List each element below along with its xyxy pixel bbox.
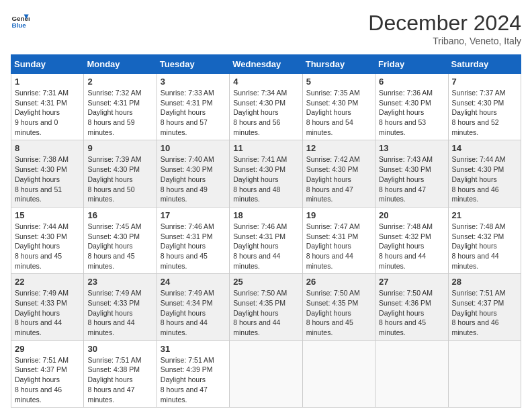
day-number: 14 <box>452 143 517 153</box>
col-sunday: Sunday <box>11 55 84 74</box>
day-info: Sunrise: 7:49 AM Sunset: 4:33 PM Dayligh… <box>15 288 80 337</box>
svg-text:Blue: Blue <box>11 21 26 29</box>
day-info: Sunrise: 7:46 AM Sunset: 4:31 PM Dayligh… <box>161 222 226 271</box>
calendar-cell: 19 Sunrise: 7:47 AM Sunset: 4:31 PM Dayl… <box>302 207 375 273</box>
calendar-cell: 16 Sunrise: 7:45 AM Sunset: 4:30 PM Dayl… <box>84 207 157 273</box>
calendar-cell: 30 Sunrise: 7:51 AM Sunset: 4:38 PM Dayl… <box>84 340 157 407</box>
day-info: Sunrise: 7:38 AM Sunset: 4:30 PM Dayligh… <box>15 154 80 203</box>
day-info: Sunrise: 7:51 AM Sunset: 4:38 PM Dayligh… <box>87 355 152 404</box>
day-info: Sunrise: 7:48 AM Sunset: 4:32 PM Dayligh… <box>379 222 444 271</box>
calendar-cell <box>302 340 375 407</box>
day-info: Sunrise: 7:37 AM Sunset: 4:30 PM Dayligh… <box>452 88 517 137</box>
calendar-cell: 12 Sunrise: 7:42 AM Sunset: 4:30 PM Dayl… <box>302 140 375 207</box>
day-number: 15 <box>15 210 80 220</box>
calendar-cell: 31 Sunrise: 7:51 AM Sunset: 4:39 PM Dayl… <box>157 340 229 407</box>
col-thursday: Thursday <box>302 55 375 74</box>
day-number: 22 <box>15 277 80 287</box>
calendar-cell: 1 Sunrise: 7:31 AM Sunset: 4:31 PM Dayli… <box>11 74 84 140</box>
calendar-week-row: 1 Sunrise: 7:31 AM Sunset: 4:31 PM Dayli… <box>11 74 521 140</box>
day-number: 31 <box>161 344 226 354</box>
day-number: 8 <box>15 143 80 153</box>
calendar-cell: 20 Sunrise: 7:48 AM Sunset: 4:32 PM Dayl… <box>375 207 448 273</box>
day-info: Sunrise: 7:31 AM Sunset: 4:31 PM Dayligh… <box>15 88 80 137</box>
calendar-cell: 17 Sunrise: 7:46 AM Sunset: 4:31 PM Dayl… <box>157 207 229 273</box>
calendar-cell: 3 Sunrise: 7:33 AM Sunset: 4:31 PM Dayli… <box>157 74 229 140</box>
calendar-week-row: 29 Sunrise: 7:51 AM Sunset: 4:37 PM Dayl… <box>11 340 521 407</box>
calendar-cell: 8 Sunrise: 7:38 AM Sunset: 4:30 PM Dayli… <box>11 140 84 207</box>
day-number: 4 <box>233 77 298 87</box>
day-number: 28 <box>452 277 517 287</box>
calendar-cell: 10 Sunrise: 7:40 AM Sunset: 4:30 PM Dayl… <box>157 140 229 207</box>
day-info: Sunrise: 7:39 AM Sunset: 4:30 PM Dayligh… <box>87 154 152 203</box>
day-number: 13 <box>379 143 444 153</box>
day-info: Sunrise: 7:40 AM Sunset: 4:30 PM Dayligh… <box>161 154 226 203</box>
calendar-cell: 14 Sunrise: 7:44 AM Sunset: 4:30 PM Dayl… <box>448 140 521 207</box>
day-number: 21 <box>452 210 517 220</box>
calendar-cell <box>230 340 302 407</box>
day-number: 9 <box>87 143 152 153</box>
calendar-cell: 6 Sunrise: 7:36 AM Sunset: 4:30 PM Dayli… <box>375 74 448 140</box>
calendar-week-row: 15 Sunrise: 7:44 AM Sunset: 4:30 PM Dayl… <box>11 207 521 273</box>
calendar-cell: 21 Sunrise: 7:48 AM Sunset: 4:32 PM Dayl… <box>448 207 521 273</box>
day-number: 17 <box>161 210 226 220</box>
day-number: 16 <box>87 210 152 220</box>
day-number: 27 <box>379 277 444 287</box>
calendar-cell: 22 Sunrise: 7:49 AM Sunset: 4:33 PM Dayl… <box>11 274 84 340</box>
day-number: 30 <box>87 344 152 354</box>
calendar-week-row: 8 Sunrise: 7:38 AM Sunset: 4:30 PM Dayli… <box>11 140 521 207</box>
day-number: 26 <box>306 277 371 287</box>
day-info: Sunrise: 7:36 AM Sunset: 4:30 PM Dayligh… <box>379 88 444 137</box>
day-info: Sunrise: 7:33 AM Sunset: 4:31 PM Dayligh… <box>161 88 226 137</box>
col-monday: Monday <box>84 55 157 74</box>
day-number: 20 <box>379 210 444 220</box>
day-number: 29 <box>15 344 80 354</box>
day-number: 3 <box>161 77 226 87</box>
calendar-cell: 24 Sunrise: 7:49 AM Sunset: 4:34 PM Dayl… <box>157 274 229 340</box>
calendar-cell: 15 Sunrise: 7:44 AM Sunset: 4:30 PM Dayl… <box>11 207 84 273</box>
day-number: 2 <box>87 77 152 87</box>
location: Tribano, Veneto, Italy <box>368 36 521 46</box>
calendar-table: Sunday Monday Tuesday Wednesday Thursday… <box>11 54 521 408</box>
day-info: Sunrise: 7:50 AM Sunset: 4:35 PM Dayligh… <box>233 288 298 337</box>
day-number: 6 <box>379 77 444 87</box>
day-number: 7 <box>452 77 517 87</box>
calendar-cell: 27 Sunrise: 7:50 AM Sunset: 4:36 PM Dayl… <box>375 274 448 340</box>
col-wednesday: Wednesday <box>230 55 302 74</box>
day-info: Sunrise: 7:44 AM Sunset: 4:30 PM Dayligh… <box>452 154 517 203</box>
calendar-cell <box>375 340 448 407</box>
day-info: Sunrise: 7:34 AM Sunset: 4:30 PM Dayligh… <box>233 88 298 137</box>
day-number: 12 <box>306 143 371 153</box>
col-friday: Friday <box>375 55 448 74</box>
calendar-header-row: Sunday Monday Tuesday Wednesday Thursday… <box>11 55 521 74</box>
day-info: Sunrise: 7:41 AM Sunset: 4:30 PM Dayligh… <box>233 154 298 203</box>
day-info: Sunrise: 7:47 AM Sunset: 4:31 PM Dayligh… <box>306 222 371 271</box>
month-title: December 2024 <box>368 11 521 36</box>
calendar-cell: 7 Sunrise: 7:37 AM Sunset: 4:30 PM Dayli… <box>448 74 521 140</box>
calendar-cell: 5 Sunrise: 7:35 AM Sunset: 4:30 PM Dayli… <box>302 74 375 140</box>
day-info: Sunrise: 7:50 AM Sunset: 4:35 PM Dayligh… <box>306 288 371 337</box>
day-info: Sunrise: 7:51 AM Sunset: 4:37 PM Dayligh… <box>15 355 80 404</box>
col-saturday: Saturday <box>448 55 521 74</box>
calendar-cell: 26 Sunrise: 7:50 AM Sunset: 4:35 PM Dayl… <box>302 274 375 340</box>
day-info: Sunrise: 7:50 AM Sunset: 4:36 PM Dayligh… <box>379 288 444 337</box>
calendar-week-row: 22 Sunrise: 7:49 AM Sunset: 4:33 PM Dayl… <box>11 274 521 340</box>
logo-icon: General Blue <box>11 11 30 30</box>
calendar-cell: 9 Sunrise: 7:39 AM Sunset: 4:30 PM Dayli… <box>84 140 157 207</box>
calendar-cell: 18 Sunrise: 7:46 AM Sunset: 4:31 PM Dayl… <box>230 207 302 273</box>
title-block: December 2024 Tribano, Veneto, Italy <box>368 11 521 46</box>
calendar-cell: 28 Sunrise: 7:51 AM Sunset: 4:37 PM Dayl… <box>448 274 521 340</box>
day-number: 10 <box>161 143 226 153</box>
day-number: 18 <box>233 210 298 220</box>
day-number: 23 <box>87 277 152 287</box>
day-info: Sunrise: 7:51 AM Sunset: 4:37 PM Dayligh… <box>452 288 517 337</box>
calendar-cell: 2 Sunrise: 7:32 AM Sunset: 4:31 PM Dayli… <box>84 74 157 140</box>
day-number: 11 <box>233 143 298 153</box>
day-number: 19 <box>306 210 371 220</box>
day-info: Sunrise: 7:45 AM Sunset: 4:30 PM Dayligh… <box>87 222 152 271</box>
calendar-cell: 11 Sunrise: 7:41 AM Sunset: 4:30 PM Dayl… <box>230 140 302 207</box>
day-info: Sunrise: 7:44 AM Sunset: 4:30 PM Dayligh… <box>15 222 80 271</box>
day-info: Sunrise: 7:35 AM Sunset: 4:30 PM Dayligh… <box>306 88 371 137</box>
day-number: 24 <box>161 277 226 287</box>
day-number: 1 <box>15 77 80 87</box>
calendar-cell <box>448 340 521 407</box>
